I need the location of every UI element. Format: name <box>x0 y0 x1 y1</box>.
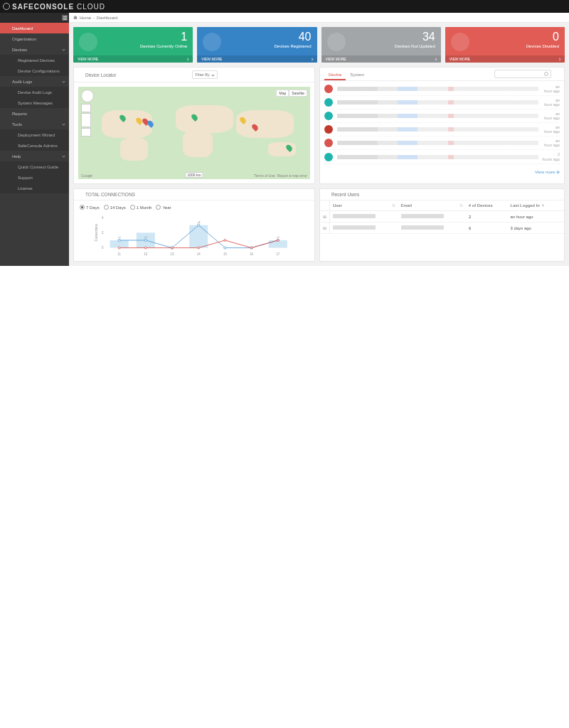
map-marker[interactable] <box>287 144 292 151</box>
chart-icon <box>4 111 9 116</box>
refresh-icon[interactable] <box>555 193 560 197</box>
map-controls[interactable] <box>81 90 91 137</box>
map[interactable]: MapSatellite Google 1000 km Terms of Use… <box>78 87 310 179</box>
map-marker[interactable] <box>192 114 197 121</box>
svg-point-33 <box>224 240 226 242</box>
audit-icon <box>4 79 9 84</box>
range-year[interactable]: Year <box>156 205 171 210</box>
user-cell <box>333 225 376 230</box>
recent-users-table: User⇅ Email⇅ # of Devices Last Logged In… <box>320 200 564 234</box>
nav-guide[interactable]: Quick Connect Guide <box>0 161 69 172</box>
col-email[interactable]: Email⇅ <box>398 200 466 211</box>
shield-icon <box>10 143 15 148</box>
nav-support[interactable]: Support <box>0 172 69 183</box>
activity-row[interactable]: anhour ago <box>324 136 560 150</box>
filter-button[interactable]: Filter By <box>192 70 218 79</box>
svg-point-20 <box>144 239 147 241</box>
activity-row[interactable]: anhour ago <box>324 123 560 136</box>
card-registered[interactable]: 40Devices Registered VIEW MORE <box>197 27 317 63</box>
expand-icon[interactable] <box>299 193 304 197</box>
sidebar-toggle[interactable] <box>0 13 69 23</box>
nav-system-messages[interactable]: System Messages <box>0 97 69 108</box>
map-marker[interactable] <box>252 124 257 131</box>
panel-activity: Device System anhour agoanhour agoanhour… <box>319 67 565 184</box>
nav-registered-devices[interactable]: Registered Devices <box>0 55 69 65</box>
activity-row[interactable]: 2hours ago <box>324 150 560 164</box>
pan-icon[interactable] <box>81 90 94 102</box>
nav-devices[interactable]: Devices <box>0 44 69 55</box>
map-marker[interactable] <box>120 114 125 122</box>
card-notupdated-action[interactable]: VIEW MORE <box>326 57 346 61</box>
col-devices[interactable]: # of Devices <box>466 200 508 211</box>
map-links[interactable]: Terms of UseReport a map error <box>254 173 307 178</box>
card-notupdated[interactable]: 34Devices Not Updated VIEW MORE <box>321 27 441 63</box>
chevron-down-icon[interactable] <box>293 73 297 77</box>
nav-admins[interactable]: SafeConsole Admins <box>0 140 69 151</box>
nav-wizard[interactable]: Deployment Wizard <box>0 129 69 140</box>
home-icon[interactable] <box>73 16 78 19</box>
nav-help[interactable]: Help <box>0 151 69 161</box>
search-input[interactable] <box>494 70 551 78</box>
nav-device-audit[interactable]: Device Audit Logs <box>0 87 69 97</box>
nav-organization[interactable]: Organization <box>0 33 69 44</box>
view-more-link[interactable]: View more <box>535 170 555 174</box>
zoom-out-icon[interactable] <box>81 128 91 136</box>
table-row[interactable]: ⊞63 days ago <box>320 223 564 234</box>
table-row[interactable]: ⊞2an hour ago <box>320 211 564 223</box>
chevron-down-icon[interactable] <box>543 193 547 197</box>
map-type[interactable]: MapSatellite <box>276 90 307 97</box>
brand-bar: SAFECONSOLE CLOUD <box>0 0 569 13</box>
card-online-action[interactable]: VIEW MORE <box>78 57 98 61</box>
svg-text:2: 2 <box>102 231 104 235</box>
activity-row[interactable]: anhour ago <box>324 82 560 96</box>
expand-icon[interactable] <box>549 193 553 197</box>
activity-text <box>337 155 538 159</box>
zoom-slider[interactable] <box>81 113 91 127</box>
range-7days[interactable]: 7 Days <box>80 205 100 210</box>
expand-icon[interactable]: ⊞ <box>320 223 330 234</box>
status-dot-icon <box>324 153 333 161</box>
svg-point-30 <box>144 247 147 249</box>
card-disabled-action[interactable]: VIEW MORE <box>450 57 470 61</box>
expand-icon[interactable]: ⊞ <box>320 211 330 223</box>
map-marker[interactable] <box>240 117 245 124</box>
refresh-icon[interactable] <box>306 73 310 77</box>
map-marker[interactable] <box>148 120 153 127</box>
tab-device[interactable]: Device <box>324 70 346 80</box>
range-1month[interactable]: 1 Month <box>130 205 152 210</box>
tab-system[interactable]: System <box>346 70 368 80</box>
activity-time: anhour ago <box>538 125 560 134</box>
map-marker[interactable] <box>137 117 142 124</box>
nav-dashboard[interactable]: Dashboard <box>0 23 69 33</box>
card-disabled[interactable]: 0Devices Disabled VIEW MORE <box>445 27 565 63</box>
activity-row[interactable]: anhour ago <box>324 109 560 123</box>
expand-icon[interactable] <box>299 73 304 77</box>
nav-audit[interactable]: Audit Logs <box>0 76 69 87</box>
breadcrumb-home[interactable]: Home <box>80 16 91 20</box>
usb-icon <box>203 33 221 51</box>
nav-device-configs[interactable]: Device Configurations <box>0 65 69 76</box>
devices-icon <box>4 47 9 52</box>
doc-icon <box>10 186 15 191</box>
svg-text:0: 0 <box>102 246 104 250</box>
nav-tools[interactable]: Tools <box>0 119 69 129</box>
nav-license[interactable]: License <box>0 183 69 193</box>
svg-text:15: 15 <box>223 252 227 256</box>
svg-point-29 <box>118 247 120 249</box>
card-registered-action[interactable]: VIEW MORE <box>201 57 222 61</box>
zoom-in-icon[interactable] <box>81 104 91 112</box>
svg-point-32 <box>198 247 200 249</box>
svg-point-23 <box>198 224 200 226</box>
check-icon <box>10 58 15 63</box>
range-14days[interactable]: 14 Days <box>104 205 126 210</box>
activity-row[interactable]: anhour ago <box>324 96 560 109</box>
col-last[interactable]: Last Logged In ▼ <box>508 200 564 211</box>
arrow-icon <box>186 58 189 60</box>
nav-reports[interactable]: Reports <box>0 108 69 119</box>
col-user[interactable]: User⇅ <box>330 200 398 211</box>
refresh-icon[interactable] <box>306 193 310 197</box>
chevron-down-icon[interactable] <box>293 193 297 197</box>
card-online[interactable]: 1Devices Currently Online VIEW MORE <box>73 27 193 63</box>
msg-icon <box>10 100 15 105</box>
recent-title: Recent Users <box>331 192 359 197</box>
